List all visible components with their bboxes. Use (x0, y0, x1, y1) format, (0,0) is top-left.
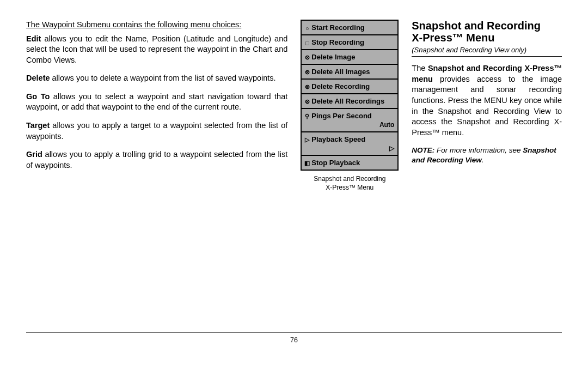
menu-label: Delete All Images (311, 68, 370, 76)
body-post: provides access to the image management … (412, 75, 562, 137)
menu-label: Stop Playback (311, 159, 360, 167)
menu-caption: Snapshot and Recording X-Press™ Menu (301, 175, 399, 192)
play-icon: ▷ (304, 136, 310, 143)
pings-icon: ⚲ (304, 113, 310, 120)
goto-text: allows you to select a waypoint and star… (26, 92, 287, 112)
delete-icon: ⊗ (304, 83, 310, 90)
menu-label: Playback Speed (311, 135, 365, 143)
menu-caption-l2: X-Press™ Menu (326, 184, 373, 191)
target-para: Target allows you to apply a target to a… (26, 120, 287, 142)
xpress-menu-box: ○Start Recording □Stop Recording ⊗Delete… (301, 20, 399, 171)
left-column: The Waypoint Submenu contains the follow… (26, 20, 287, 322)
pings-value: Auto (304, 121, 395, 129)
title-line1: Snapshot and Recording (412, 20, 541, 32)
menu-label: Delete Recording (311, 82, 370, 90)
menu-label: Stop Recording (311, 38, 364, 46)
page-number: 76 (0, 336, 588, 344)
edit-para: Edit allows you to edit the Name, Positi… (26, 34, 287, 66)
title-line2: X-Press™ Menu (412, 32, 494, 44)
menu-item-delete-recording: ⊗Delete Recording (302, 80, 397, 94)
page-body: The Waypoint Submenu contains the follow… (0, 0, 588, 332)
delete-all-icon: ⊗ (304, 69, 310, 76)
stop-playback-icon: ◧ (304, 160, 310, 167)
menu-item-stop-recording: □Stop Recording (302, 35, 397, 50)
menu-label: Delete All Recordings (311, 97, 384, 105)
section-body: The Snapshot and Recording X-Press™ menu… (412, 63, 562, 138)
stop-icon: □ (304, 40, 310, 46)
note-lead: NOTE: (412, 146, 434, 154)
grid-para: Grid allows you to apply a trolling grid… (26, 149, 287, 171)
menu-item-playback-speed: ▷Playback Speed ▷ (302, 132, 397, 156)
menu-item-stop-playback: ◧Stop Playback (302, 156, 397, 170)
playback-value: ▷ (304, 144, 395, 152)
record-icon: ○ (304, 25, 310, 32)
delete-para: Delete allows you to delete a waypoint f… (26, 73, 287, 84)
footer-rule (26, 332, 562, 333)
delete-text: allows you to delete a waypoint from the… (50, 74, 276, 82)
menu-item-delete-image: ⊗Delete Image (302, 50, 397, 65)
note-end: . (482, 156, 484, 164)
delete-all-icon: ⊗ (304, 98, 310, 105)
menu-caption-l1: Snapshot and Recording (314, 175, 385, 183)
section-note: NOTE: For more information, see Snapshot… (412, 146, 562, 165)
menu-item-delete-all-recordings: ⊗Delete All Recordings (302, 94, 397, 109)
menu-figure-column: ○Start Recording □Stop Recording ⊗Delete… (301, 20, 399, 322)
menu-label: Delete Image (311, 53, 355, 61)
target-text: allows you to apply a target to a waypoi… (26, 121, 287, 141)
note-mid: For more information, see (434, 146, 523, 154)
goto-para: Go To allows you to select a waypoint an… (26, 92, 287, 113)
menu-label: Pings Per Second (311, 112, 372, 120)
body-pre: The (412, 64, 428, 72)
section-subtitle: (Snapshot and Recording View only) (412, 45, 562, 57)
grid-lead: Grid (26, 150, 42, 159)
delete-icon: ⊗ (304, 54, 310, 61)
grid-text: allows you to apply a trolling grid to a… (26, 150, 287, 170)
menu-item-delete-all-images: ⊗Delete All Images (302, 65, 397, 80)
edit-lead: Edit (26, 34, 41, 43)
target-lead: Target (26, 121, 50, 130)
menu-item-start-recording: ○Start Recording (302, 21, 397, 35)
menu-label: Start Recording (311, 23, 365, 32)
menu-item-pings-per-second: ⚲Pings Per Second Auto (302, 109, 397, 132)
waypoint-submenu-heading: The Waypoint Submenu contains the follow… (26, 20, 287, 31)
right-column: Snapshot and Recording X-Press™ Menu (Sn… (412, 20, 562, 322)
delete-lead: Delete (26, 74, 50, 82)
edit-text: allows you to edit the Name, Position (L… (26, 34, 287, 64)
goto-lead: Go To (26, 92, 50, 101)
section-title: Snapshot and Recording X-Press™ Menu (412, 20, 562, 44)
